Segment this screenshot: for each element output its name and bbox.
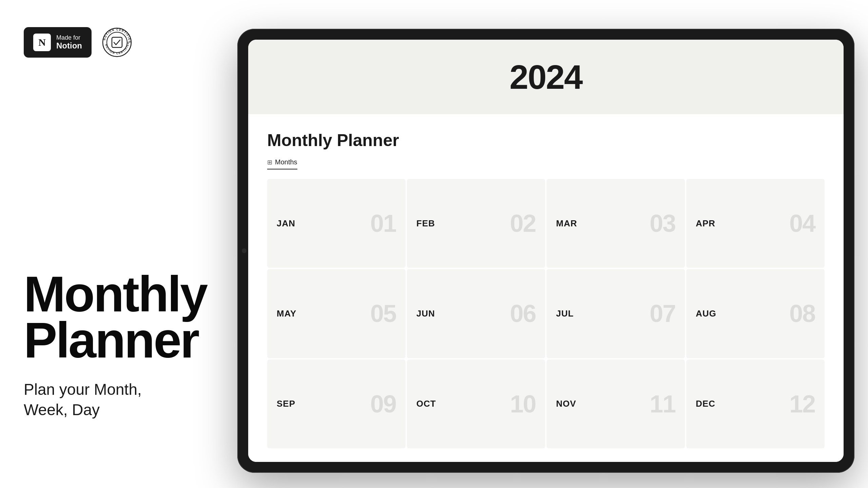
month-cell-may[interactable]: MAY05 (267, 269, 406, 358)
month-cell-oct[interactable]: OCT10 (407, 360, 545, 448)
month-cell-jul[interactable]: JUL07 (547, 269, 685, 358)
planner-area: Monthly Planner ⊞ Months JAN01FEB02MAR03… (248, 114, 844, 462)
notion-n-letter: N (38, 37, 46, 48)
month-num-aug: 08 (789, 301, 815, 326)
badges-row: N Made for Notion NOTION CERTIFIED (24, 27, 200, 58)
month-name-may: MAY (277, 308, 296, 319)
month-name-jun: JUN (416, 308, 435, 319)
month-grid: JAN01FEB02MAR03APR04MAY05JUN06JUL07AUG08… (267, 179, 825, 448)
month-name-jul: JUL (556, 308, 574, 319)
months-tab[interactable]: ⊞ Months (267, 158, 297, 169)
month-name-dec: DEC (696, 399, 715, 409)
tablet-screen: 2024 Monthly Planner ⊞ Months JAN01FEB02… (248, 40, 844, 462)
month-cell-feb[interactable]: FEB02 (407, 179, 545, 268)
month-num-feb: 02 (510, 211, 536, 236)
made-for-notion-badge: N Made for Notion (24, 27, 92, 58)
months-tab-label: Months (275, 158, 297, 166)
month-num-apr: 04 (789, 211, 815, 236)
year-header: 2024 (248, 40, 844, 114)
month-name-feb: FEB (416, 218, 435, 229)
month-cell-sep[interactable]: SEP09 (267, 360, 406, 448)
tablet-camera-dot (242, 248, 246, 253)
month-num-jun: 06 (510, 301, 536, 326)
month-cell-apr[interactable]: APR04 (686, 179, 825, 268)
svg-rect-2 (112, 37, 122, 47)
month-name-oct: OCT (416, 399, 436, 409)
month-name-aug: AUG (696, 308, 716, 319)
month-num-may: 05 (370, 301, 396, 326)
year-text: 2024 (510, 58, 582, 97)
month-name-jan: JAN (277, 218, 295, 229)
planner-title: Monthly Planner (267, 130, 825, 150)
month-cell-aug[interactable]: AUG08 (686, 269, 825, 358)
made-for-text-group: Made for Notion (56, 35, 82, 50)
certified-svg: NOTION CERTIFIED NOTION CERTIFIED (102, 27, 132, 58)
notion-icon-box: N (33, 34, 51, 51)
month-name-nov: NOV (556, 399, 576, 409)
hero-subtitle: Plan your Month, Week, Day (24, 380, 200, 420)
month-num-jan: 01 (370, 211, 396, 236)
hero-title-line2: Planner (24, 317, 200, 363)
hero-subtitle-line1: Plan your Month, (24, 380, 200, 400)
month-cell-jan[interactable]: JAN01 (267, 179, 406, 268)
hero-subtitle-line2: Week, Day (24, 400, 200, 420)
month-num-mar: 03 (650, 211, 675, 236)
hero-title: Monthly Planner (24, 271, 200, 363)
month-num-dec: 12 (789, 392, 815, 416)
month-num-nov: 11 (650, 392, 675, 416)
month-num-sep: 09 (370, 392, 396, 416)
month-name-mar: MAR (556, 218, 577, 229)
month-cell-jun[interactable]: JUN06 (407, 269, 545, 358)
right-panel: 2024 Monthly Planner ⊞ Months JAN01FEB02… (224, 0, 868, 488)
made-for-label: Made for (56, 35, 82, 41)
certified-badge: NOTION CERTIFIED NOTION CERTIFIED (102, 27, 132, 58)
left-panel: N Made for Notion NOTION CERTIFIED (0, 0, 224, 488)
month-num-jul: 07 (650, 301, 675, 326)
month-cell-dec[interactable]: DEC12 (686, 360, 825, 448)
notion-label: Notion (56, 41, 82, 50)
hero-title-line1: Monthly (24, 271, 200, 317)
month-cell-nov[interactable]: NOV11 (547, 360, 685, 448)
hero-content: Monthly Planner Plan your Month, Week, D… (24, 271, 200, 461)
tablet-mockup: 2024 Monthly Planner ⊞ Months JAN01FEB02… (237, 29, 854, 473)
month-name-sep: SEP (277, 399, 295, 409)
months-tab-icon: ⊞ (267, 159, 272, 166)
month-num-oct: 10 (510, 392, 536, 416)
month-name-apr: APR (696, 218, 715, 229)
month-cell-mar[interactable]: MAR03 (547, 179, 685, 268)
